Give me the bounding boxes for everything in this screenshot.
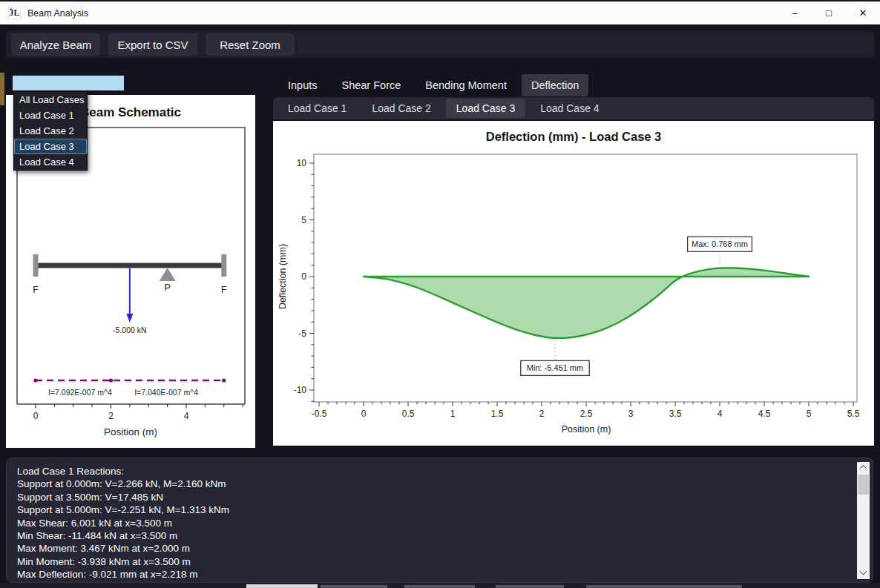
output-line: Support at 0.000m: V=2.266 kN, M=2.160 k… bbox=[17, 478, 850, 490]
load-case-dropdown-list: All Load CasesLoad Case 1Load Case 2Load… bbox=[13, 91, 88, 171]
svg-text:2: 2 bbox=[539, 409, 545, 419]
cutoff-content-fragment bbox=[246, 584, 318, 588]
x-axis-label: Position (m) bbox=[104, 426, 157, 437]
inertia-label: I=7.040E-007 m^4 bbox=[134, 388, 198, 397]
svg-text:0: 0 bbox=[361, 409, 367, 419]
cutoff-content-fragment bbox=[404, 585, 475, 588]
window-controls: – □ ✕ bbox=[778, 1, 880, 24]
subtab-load-case-4[interactable]: Load Case 4 bbox=[530, 99, 609, 118]
svg-text:-5: -5 bbox=[298, 328, 306, 339]
output-line: Max Deflection: -9.021 mm at x=2.218 m bbox=[17, 568, 850, 581]
svg-text:4: 4 bbox=[718, 409, 723, 419]
output-line: Support at 5.000m: V=-2.251 kN, M=1.313 … bbox=[17, 503, 850, 516]
cutoff-content-fragment bbox=[586, 585, 742, 588]
x-axis-label: Position (m) bbox=[562, 424, 611, 435]
x-axis-ticks bbox=[36, 404, 243, 409]
load-case-combobox[interactable] bbox=[13, 76, 124, 90]
svg-text:0: 0 bbox=[301, 271, 306, 282]
support-label: F bbox=[221, 285, 227, 295]
app-icon: JL bbox=[8, 7, 21, 19]
svg-text:2: 2 bbox=[108, 411, 114, 421]
dropdown-option-load-case-1[interactable]: Load Case 1 bbox=[14, 108, 87, 123]
dropdown-option-load-case-3[interactable]: Load Case 3 bbox=[14, 139, 87, 154]
svg-text:4.5: 4.5 bbox=[758, 409, 771, 419]
toolbar: Analyze BeamExport to CSVReset Zoom bbox=[6, 31, 874, 58]
julia-logo-dot bbox=[10, 8, 12, 10]
output-log-panel[interactable]: Load Case 1 Reactions:Support at 0.000m:… bbox=[6, 457, 873, 583]
deflection-chart[interactable]: -0.500.511.522.533.544.555.5-10-50510Pos… bbox=[273, 121, 874, 446]
output-line: Min Moment: -3.938 kNm at x=3.500 m bbox=[17, 555, 850, 568]
svg-text:5: 5 bbox=[301, 215, 306, 225]
title-bar: JL Beam Analysis – □ ✕ bbox=[0, 0, 880, 24]
fixed-support bbox=[33, 254, 39, 277]
inertia-marker bbox=[222, 378, 226, 382]
beam-bar bbox=[36, 263, 224, 268]
cutoff-content-fragment bbox=[496, 585, 564, 588]
maximize-button[interactable]: □ bbox=[812, 1, 846, 24]
cutoff-bottom-row bbox=[0, 583, 880, 588]
y-axis-ticks bbox=[309, 163, 314, 401]
svg-text:3.5: 3.5 bbox=[669, 409, 682, 419]
inertia-label: I=7.092E-007 m^4 bbox=[48, 388, 112, 397]
output-line: Load Case 1 Reactions: bbox=[17, 465, 850, 478]
svg-text:5.5: 5.5 bbox=[847, 409, 860, 419]
analyze-beam-button[interactable]: Analyze Beam bbox=[11, 33, 100, 56]
output-line: Max Shear: 6.001 kN at x=3.500 m bbox=[17, 517, 850, 529]
inertia-marker bbox=[33, 378, 37, 382]
chart-title: Deflection (mm) - Load Case 3 bbox=[273, 130, 874, 144]
support-label: P bbox=[164, 283, 170, 293]
scrollbar-thumb[interactable] bbox=[858, 475, 869, 495]
fixed-support bbox=[221, 254, 226, 277]
output-line: Support at 3.500m: V=17.485 kN bbox=[17, 491, 850, 503]
scroll-up-icon[interactable] bbox=[857, 462, 870, 473]
y-axis-label: Deflection (mm) bbox=[278, 244, 288, 309]
annotation-text: Max: 0.768 mm bbox=[692, 240, 748, 248]
app-window: JL Beam Analysis – □ ✕ Analyze BeamExpor… bbox=[0, 0, 880, 588]
svg-text:5: 5 bbox=[807, 409, 812, 419]
dropdown-option-load-case-4[interactable]: Load Case 4 bbox=[14, 154, 87, 170]
main-tab-bar: InputsShear ForceBending MomentDeflectio… bbox=[273, 74, 874, 96]
window-title: Beam Analysis bbox=[27, 8, 88, 19]
support-label: F bbox=[33, 285, 39, 295]
svg-text:4: 4 bbox=[184, 411, 189, 421]
svg-text:1: 1 bbox=[450, 409, 456, 419]
close-button[interactable]: ✕ bbox=[846, 1, 880, 24]
output-log-text: Load Case 1 Reactions:Support at 0.000m:… bbox=[17, 465, 850, 581]
subtab-load-case-1[interactable]: Load Case 1 bbox=[278, 99, 357, 118]
deflection-chart-area: -0.500.511.522.533.544.555.5-10-50510Pos… bbox=[273, 121, 874, 446]
svg-text:3: 3 bbox=[628, 409, 634, 419]
svg-text:0: 0 bbox=[33, 411, 39, 421]
output-line: Min Shear: -11.484 kN at x=3.500 m bbox=[17, 529, 850, 542]
minimize-button[interactable]: – bbox=[778, 1, 812, 24]
tab-deflection[interactable]: Deflection bbox=[522, 74, 588, 96]
svg-text:-0.5: -0.5 bbox=[312, 409, 327, 419]
inertia-marker bbox=[109, 378, 113, 382]
scroll-down-icon[interactable] bbox=[857, 568, 870, 579]
output-line: Max Moment: 3.467 kNm at x=2.000 m bbox=[17, 542, 850, 555]
x-axis-ticks bbox=[319, 402, 853, 406]
tab-shear-force[interactable]: Shear Force bbox=[332, 74, 411, 96]
annotation-text: Min: -5.451 mm bbox=[527, 363, 583, 372]
export-to-csv-button[interactable]: Export to CSV bbox=[108, 33, 197, 56]
output-scrollbar[interactable] bbox=[857, 462, 870, 579]
dropdown-option-all-load-cases[interactable]: All Load Cases bbox=[14, 92, 87, 108]
subtab-load-case-2[interactable]: Load Case 2 bbox=[361, 99, 441, 118]
tab-bending-moment[interactable]: Bending Moment bbox=[416, 74, 516, 96]
load-case-tab-bar: Load Case 1Load Case 2Load Case 3Load Ca… bbox=[273, 97, 874, 119]
dropdown-option-load-case-2[interactable]: Load Case 2 bbox=[14, 123, 87, 139]
svg-text:0.5: 0.5 bbox=[402, 409, 415, 419]
subtab-load-case-3[interactable]: Load Case 3 bbox=[446, 99, 525, 118]
tab-inputs[interactable]: Inputs bbox=[278, 74, 327, 96]
svg-text:1.5: 1.5 bbox=[491, 409, 504, 419]
reset-zoom-button[interactable]: Reset Zoom bbox=[206, 33, 295, 56]
edge-artifact bbox=[0, 73, 4, 105]
svg-text:2.5: 2.5 bbox=[580, 409, 593, 419]
cutoff-content-fragment bbox=[321, 585, 387, 588]
load-label: -5.000 kN bbox=[113, 326, 147, 334]
svg-text:-10: -10 bbox=[294, 385, 307, 395]
svg-text:10: 10 bbox=[297, 158, 307, 168]
